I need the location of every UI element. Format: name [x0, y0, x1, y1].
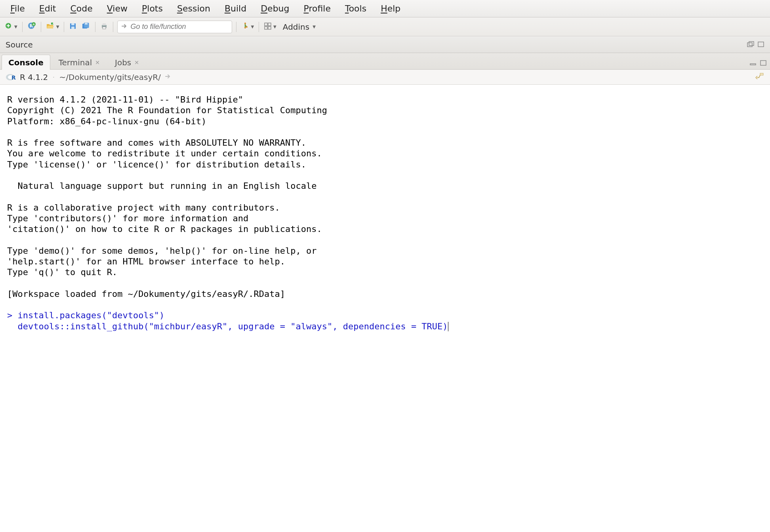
goto-input[interactable]	[130, 23, 229, 31]
maximize-pane-icon[interactable]	[757, 41, 764, 49]
addins-menu[interactable]: Addins ▼	[279, 21, 320, 33]
new-project-button[interactable]: R+	[25, 20, 38, 34]
svg-rect-21	[265, 27, 267, 29]
console-command-line-2: devtools::install_github("michbur/easyR"…	[18, 321, 448, 331]
menu-tools[interactable]: Tools	[338, 2, 374, 15]
open-file-button[interactable]: ▼	[44, 20, 62, 34]
svg-rect-20	[268, 23, 271, 26]
menu-view[interactable]: View	[100, 2, 135, 15]
menu-plots[interactable]: Plots	[135, 2, 170, 15]
view-dir-icon[interactable]	[165, 73, 172, 81]
restore-pane-icon[interactable]	[747, 41, 755, 49]
menu-session[interactable]: Session	[170, 2, 217, 15]
svg-rect-31	[760, 73, 763, 75]
tab-console[interactable]: Console	[2, 55, 50, 70]
folder-open-icon	[46, 22, 55, 31]
save-button[interactable]	[67, 20, 79, 34]
svg-point-16	[244, 23, 246, 24]
source-pane-header: Source	[0, 36, 770, 53]
menu-help[interactable]: Help	[374, 2, 408, 15]
chevron-down-icon: ▼	[56, 25, 59, 29]
svg-rect-15	[103, 27, 106, 29]
separator	[113, 22, 113, 32]
chevron-down-icon: ▼	[251, 25, 254, 29]
minimize-pane-icon[interactable]	[749, 61, 757, 67]
console-prompt: >	[7, 310, 18, 320]
close-icon[interactable]: ✕	[95, 59, 100, 66]
separator	[64, 22, 64, 32]
console-output[interactable]: R version 4.1.2 (2021-11-01) -- "Bird Hi…	[0, 85, 770, 532]
print-button[interactable]	[98, 20, 111, 34]
tab-jobs-label: Jobs	[115, 58, 131, 67]
console-tabbar: Console Terminal ✕ Jobs ✕	[0, 53, 770, 70]
menu-file[interactable]: File	[3, 2, 32, 15]
close-icon[interactable]: ✕	[134, 59, 139, 66]
r-logo-icon: R	[6, 73, 16, 82]
svg-rect-23	[747, 43, 752, 47]
version-control-button[interactable]: ▼	[239, 20, 256, 34]
console-startup-text: R version 4.1.2 (2021-11-01) -- "Bird Hi…	[7, 95, 327, 299]
chevron-down-icon: ▼	[14, 25, 17, 29]
svg-rect-26	[750, 64, 756, 65]
menu-profile[interactable]: Profile	[297, 2, 338, 15]
menu-debug[interactable]: Debug	[253, 2, 296, 15]
separator	[259, 22, 259, 32]
r-version-label: R 4.1.2	[20, 72, 48, 82]
tab-terminal-label: Terminal	[59, 58, 92, 67]
tab-terminal[interactable]: Terminal ✕	[52, 55, 107, 70]
chevron-down-icon: ▼	[273, 25, 276, 29]
svg-rect-8	[71, 23, 74, 25]
goto-arrow-icon	[121, 23, 130, 31]
svg-rect-25	[758, 42, 764, 47]
separator	[95, 22, 95, 32]
svg-rect-14	[103, 23, 106, 25]
svg-rect-12	[85, 23, 88, 25]
separator	[41, 22, 41, 32]
svg-rect-2	[7, 25, 10, 26]
console-indent	[7, 321, 18, 331]
new-file-button[interactable]: ▼	[2, 20, 20, 34]
r-project-icon: R+	[27, 22, 36, 32]
menubar: File Edit Code View Plots Session Build …	[0, 0, 770, 17]
source-pane-controls	[747, 41, 764, 49]
print-icon	[100, 22, 108, 31]
svg-text:+: +	[32, 23, 35, 26]
save-all-button[interactable]	[79, 20, 93, 34]
panes-icon	[264, 22, 272, 31]
save-icon	[69, 22, 77, 31]
svg-text:R: R	[11, 74, 16, 81]
menu-build[interactable]: Build	[217, 2, 253, 15]
tab-jobs[interactable]: Jobs ✕	[108, 55, 146, 70]
svg-rect-22	[268, 27, 271, 29]
text-cursor	[448, 322, 449, 331]
svg-point-18	[246, 26, 248, 28]
console-pane-controls	[749, 60, 767, 69]
separator-dot: ·	[53, 74, 54, 80]
console-info-bar: R R 4.1.2 · ~/Dokumenty/gits/easyR/	[0, 70, 770, 85]
main-toolbar: ▼ R+ ▼	[0, 17, 770, 36]
maximize-pane-icon[interactable]	[760, 60, 767, 68]
tab-console-label: Console	[8, 58, 44, 67]
source-pane-label: Source	[6, 40, 33, 49]
console-command-line-1: install.packages("devtools")	[18, 310, 165, 320]
new-file-icon	[5, 22, 13, 31]
svg-point-17	[244, 27, 246, 28]
svg-rect-19	[265, 23, 267, 26]
addins-label: Addins	[283, 22, 309, 32]
panes-layout-button[interactable]: ▼	[261, 20, 279, 34]
working-dir-path[interactable]: ~/Dokumenty/gits/easyR/	[59, 72, 161, 82]
svg-rect-9	[71, 27, 74, 29]
save-all-icon	[82, 22, 90, 31]
menu-code[interactable]: Code	[63, 2, 99, 15]
goto-file-function-box[interactable]	[117, 21, 232, 33]
svg-rect-27	[760, 61, 766, 65]
separator	[22, 22, 23, 32]
git-icon	[241, 22, 249, 31]
separator	[236, 22, 236, 32]
menu-edit[interactable]: Edit	[32, 2, 63, 15]
chevron-down-icon: ▼	[313, 25, 316, 29]
clear-console-icon[interactable]	[755, 72, 764, 82]
svg-rect-24	[749, 42, 754, 46]
